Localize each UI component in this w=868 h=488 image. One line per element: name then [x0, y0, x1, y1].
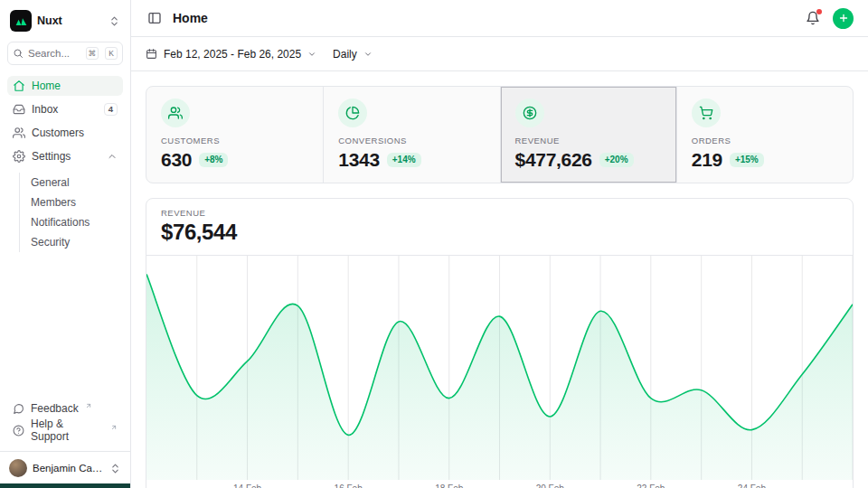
- x-axis-label: 18 Feb: [435, 483, 463, 488]
- x-axis-label: 16 Feb: [335, 483, 363, 488]
- stat-icon-wrap: [161, 99, 190, 127]
- users-icon: [13, 127, 25, 139]
- sidebar: Nuxt Search... ⌘ K Home Inbox 4 Customer…: [0, 0, 131, 488]
- main-panel: Home Feb 12, 2025 - Feb 26, 2025 Daily: [131, 0, 868, 488]
- kbd-k: K: [105, 47, 118, 60]
- stat-customers[interactable]: CUSTOMERS 630 +8%: [146, 87, 323, 183]
- team-switcher[interactable]: Nuxt: [7, 9, 123, 33]
- sidebar-item-notifications[interactable]: Notifications: [20, 212, 123, 232]
- x-axis: 14 Feb16 Feb18 Feb20 Feb22 Feb24 Feb: [146, 480, 853, 488]
- home-icon: [13, 80, 25, 92]
- panel-left-icon: [147, 11, 162, 25]
- stat-value: 219: [692, 149, 722, 171]
- x-axis-label: 22 Feb: [637, 483, 665, 488]
- sidebar-item-members[interactable]: Members: [20, 192, 123, 212]
- content-area: CUSTOMERS 630 +8% CONVERSIONS 1343 +14%: [131, 71, 868, 488]
- stat-value: 630: [161, 149, 192, 171]
- search-input[interactable]: Search... ⌘ K: [7, 42, 123, 65]
- x-axis-label: 20 Feb: [536, 483, 564, 488]
- calendar-icon: [146, 48, 157, 60]
- chart-pie-icon: [345, 106, 360, 120]
- plus-icon: [838, 13, 849, 23]
- search-icon: [13, 48, 24, 59]
- footer-link-label: Help & Support: [31, 418, 104, 443]
- chat-bubble-icon: [13, 403, 24, 415]
- sidebar-item-label: Inbox: [32, 103, 58, 116]
- stat-value: 1343: [338, 149, 380, 171]
- kbd-cmd: ⌘: [86, 47, 99, 60]
- footer-link-label: Feedback: [31, 402, 79, 415]
- sub-item-label: Members: [31, 196, 76, 209]
- revenue-chart-card: REVENUE $76,544: [146, 198, 854, 488]
- stat-value: $477,626: [515, 149, 592, 171]
- notifications-button[interactable]: [806, 11, 820, 25]
- collapse-sidebar-button[interactable]: [146, 9, 164, 27]
- date-range-picker[interactable]: Feb 12, 2025 - Feb 26, 2025: [146, 48, 316, 61]
- chart-header: REVENUE $76,544: [146, 199, 853, 256]
- stat-icon-wrap: [338, 99, 367, 127]
- page-title: Home: [173, 11, 208, 25]
- stat-icon-wrap: [692, 99, 721, 127]
- stat-revenue[interactable]: REVENUE $477,626 +20%: [500, 87, 676, 183]
- date-range-label: Feb 12, 2025 - Feb 26, 2025: [164, 48, 301, 61]
- chart-total-value: $76,544: [161, 220, 838, 245]
- notification-dot: [816, 9, 822, 14]
- stat-delta-badge: +14%: [387, 153, 421, 167]
- shopping-cart-icon: [699, 106, 713, 120]
- stat-delta-badge: +15%: [730, 153, 764, 167]
- user-menu[interactable]: Benjamin Canac: [0, 451, 130, 488]
- sidebar-item-label: Customers: [32, 127, 84, 139]
- stat-label: CONVERSIONS: [338, 136, 485, 145]
- external-link-icon: [85, 402, 92, 409]
- stat-delta-badge: +20%: [599, 153, 634, 167]
- sidebar-spacer: [7, 254, 123, 399]
- period-label: Daily: [333, 48, 357, 61]
- user-name: Benjamin Canac: [33, 463, 104, 474]
- help-circle-icon: [13, 425, 24, 436]
- sidebar-nav: Home Inbox 4 Customers Settings General …: [7, 76, 123, 254]
- inbox-count-badge: 4: [104, 103, 118, 116]
- stats-row: CUSTOMERS 630 +8% CONVERSIONS 1343 +14%: [146, 86, 854, 183]
- search-placeholder: Search...: [28, 48, 80, 59]
- inbox-icon: [13, 103, 25, 116]
- revenue-chart[interactable]: [146, 256, 853, 480]
- add-button[interactable]: [833, 8, 854, 29]
- top-bar: Home: [131, 0, 868, 37]
- x-axis-label: 14 Feb: [233, 483, 261, 488]
- top-bar-actions: [806, 8, 854, 29]
- feedback-link[interactable]: Feedback: [7, 399, 123, 418]
- x-axis-label: 24 Feb: [738, 483, 766, 488]
- stat-label: REVENUE: [515, 136, 662, 145]
- stat-label: CUSTOMERS: [161, 136, 308, 145]
- chevron-down-icon: [363, 50, 373, 59]
- chevrons-up-down-icon: [108, 15, 120, 27]
- sidebar-item-general[interactable]: General: [20, 173, 123, 192]
- sidebar-item-customers[interactable]: Customers: [7, 123, 123, 143]
- sidebar-item-settings[interactable]: Settings: [7, 146, 123, 166]
- team-name: Nuxt: [37, 14, 103, 27]
- chevron-down-icon: [307, 50, 316, 59]
- gear-icon: [13, 150, 25, 163]
- sidebar-item-inbox[interactable]: Inbox 4: [7, 99, 123, 119]
- bottom-strip: [0, 483, 130, 488]
- settings-sub-list: General Members Notifications Security: [19, 173, 123, 252]
- sidebar-item-label: Settings: [32, 150, 71, 163]
- period-select[interactable]: Daily: [333, 48, 373, 61]
- help-support-link[interactable]: Help & Support: [7, 420, 123, 440]
- sidebar-item-security[interactable]: Security: [20, 232, 123, 252]
- sidebar-item-home[interactable]: Home: [7, 76, 123, 96]
- dollar-circle-icon: [523, 106, 537, 120]
- sub-item-label: General: [31, 176, 70, 189]
- stat-icon-wrap: [515, 99, 544, 127]
- stat-conversions[interactable]: CONVERSIONS 1343 +14%: [323, 87, 499, 183]
- sidebar-item-label: Home: [32, 80, 61, 92]
- chevron-up-icon: [107, 151, 118, 162]
- dashboard-app: Nuxt Search... ⌘ K Home Inbox 4 Customer…: [0, 0, 868, 488]
- chart-title: REVENUE: [161, 208, 838, 218]
- sub-item-label: Notifications: [31, 216, 90, 229]
- chevrons-up-down-icon: [109, 463, 121, 474]
- sub-item-label: Security: [31, 236, 70, 249]
- sidebar-footer-links: Feedback Help & Support: [7, 399, 123, 440]
- avatar: [9, 459, 27, 477]
- stat-orders[interactable]: ORDERS 219 +15%: [676, 87, 853, 183]
